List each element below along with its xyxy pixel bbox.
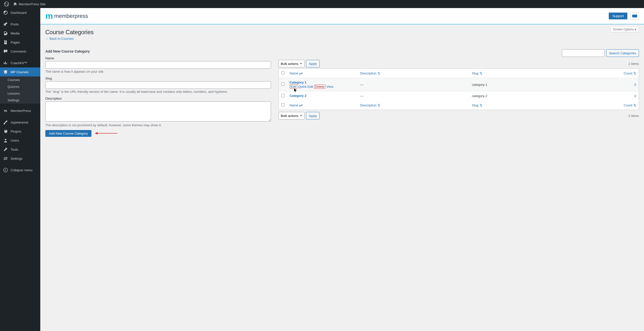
col-slug-sort-bottom[interactable]: Slug⇅ (472, 103, 482, 107)
count-link[interactable]: 0 (634, 94, 636, 98)
bulk-actions-select-top[interactable]: Bulk actions (279, 60, 304, 67)
menu-media[interactable]: Media (0, 29, 40, 38)
submenu-courses[interactable]: Courses (0, 76, 40, 83)
svg-point-0 (4, 2, 9, 6)
site-name-menu[interactable]: MemberPress Site (11, 0, 48, 8)
slug-label: Slug (45, 76, 271, 80)
menu-plugins[interactable]: Plugins (0, 127, 40, 136)
svg-marker-4 (95, 132, 98, 135)
apply-button-top[interactable]: Apply (306, 60, 320, 67)
wordpress-icon (4, 2, 9, 7)
apply-button-bottom[interactable]: Apply (306, 112, 320, 119)
menu-coachkit[interactable]: CoachKit™ (0, 58, 40, 67)
menu-label: MP Courses (11, 70, 28, 74)
description-textarea[interactable] (45, 101, 271, 121)
menu-pages[interactable]: Pages (0, 38, 40, 47)
description-label: Description (45, 97, 271, 100)
menu-users[interactable]: Users (0, 136, 40, 145)
add-category-button[interactable]: Add New Course Category (45, 130, 91, 137)
page-title: Course Categories (45, 29, 639, 36)
col-slug-sort[interactable]: Slug⇅ (472, 71, 482, 75)
description-help: The description is not prominent by defa… (45, 123, 271, 127)
dashboard-icon (3, 10, 8, 15)
col-count-sort-bottom[interactable]: Count⇅ (624, 103, 636, 107)
bulk-actions-select-bottom[interactable]: Bulk actions (279, 112, 304, 119)
menu-label: Users (11, 139, 19, 142)
chart-icon (3, 60, 8, 65)
name-label: Name (45, 56, 271, 60)
col-count-sort[interactable]: Count⇅ (624, 71, 636, 75)
submenu-lessons[interactable]: Lessons (0, 90, 40, 97)
categories-listing: Search Categories Bulk actions Apply 2 i… (279, 49, 639, 137)
sort-icon: ⇅ (378, 103, 380, 107)
form-heading: Add New Course Category (45, 49, 271, 53)
header-actions: Support (609, 12, 639, 20)
wp-logo-menu[interactable] (2, 0, 11, 8)
menu-appearance[interactable]: Appearance (0, 118, 40, 127)
menu-label: MemberPress (11, 109, 31, 113)
delete-link[interactable]: Delete (314, 85, 326, 89)
view-link[interactable]: View (326, 85, 333, 89)
chat-button[interactable] (630, 12, 639, 20)
row-checkbox[interactable] (281, 94, 285, 97)
screen-options-toggle[interactable]: Screen Options ▾ (610, 27, 639, 32)
category-title-link[interactable]: Category 1 (290, 80, 355, 84)
chat-icon (632, 14, 637, 18)
admin-bar: MemberPress Site (0, 0, 644, 8)
menu-memberpress[interactable]: m MemberPress (0, 106, 40, 115)
submenu-settings[interactable]: Settings (0, 97, 40, 104)
row-checkbox[interactable] (281, 82, 285, 86)
col-desc-sort-bottom[interactable]: Description⇅ (360, 103, 380, 107)
category-title-link[interactable]: Category 2 (290, 94, 355, 98)
memberpress-icon: m (3, 108, 8, 113)
select-all-bottom[interactable] (281, 103, 285, 106)
quick-edit-link[interactable]: Quick Edit (298, 85, 313, 89)
col-name-sort-bottom[interactable]: Name▴▾ (290, 103, 303, 107)
courses-icon (3, 69, 8, 74)
menu-mp-courses[interactable]: MP Courses (0, 67, 40, 76)
cursor-icon (294, 88, 297, 92)
back-to-courses-link[interactable]: ← Back to Courses (45, 37, 74, 40)
categories-table: Name▴▾ Description⇅ Slug⇅ Count⇅ Categor… (279, 68, 639, 110)
row-actions: Edit Quick Edit Delete View (290, 85, 355, 89)
desc-cell: — (358, 91, 469, 101)
submenu-quizzes[interactable]: Quizzes (0, 83, 40, 90)
plugin-icon (3, 129, 8, 134)
count-link[interactable]: 0 (634, 83, 636, 87)
menu-label: CoachKit™ (11, 61, 27, 65)
menu-dashboard[interactable]: Dashboard (0, 8, 40, 17)
brand-text: memberpress (54, 13, 88, 19)
name-input[interactable] (45, 61, 271, 69)
search-categories-button[interactable]: Search Categories (606, 49, 639, 57)
memberpress-header: m memberpress Support (40, 8, 644, 24)
items-count-bottom: 2 items (628, 114, 639, 118)
search-input[interactable] (562, 49, 605, 57)
mp-courses-submenu: Courses Quizzes Lessons Settings (0, 76, 40, 104)
col-name-sort[interactable]: Name▴▾ (290, 71, 303, 75)
select-all-top[interactable] (281, 71, 285, 74)
menu-label: Pages (11, 40, 20, 44)
slug-input[interactable] (45, 81, 271, 89)
sort-icon: ⇅ (480, 103, 482, 107)
sort-icon: ⇅ (378, 71, 380, 75)
support-button[interactable]: Support (609, 13, 627, 19)
sort-icon: ⇅ (633, 71, 636, 75)
home-icon (13, 2, 17, 6)
slug-cell: category-1 (469, 78, 560, 91)
brush-icon (3, 120, 8, 125)
menu-comments[interactable]: Comments (0, 47, 40, 56)
annotation-arrow-icon (95, 132, 117, 136)
menu-label: Appearance (11, 120, 28, 124)
page-icon (3, 40, 8, 45)
sort-icon: ▴▾ (299, 71, 303, 75)
menu-tools[interactable]: Tools (0, 145, 40, 147)
col-desc-sort[interactable]: Description⇅ (360, 71, 380, 75)
media-icon (3, 31, 8, 36)
items-count-top: 2 items (628, 62, 639, 66)
admin-sidebar: Dashboard Posts Media Pages Comments Coa… (0, 8, 40, 147)
menu-label: Dashboard (11, 11, 27, 15)
sort-icon: ⇅ (633, 103, 636, 107)
slug-cell: category-2 (469, 91, 560, 101)
menu-posts[interactable]: Posts (0, 20, 40, 29)
menu-label: Comments (11, 50, 26, 53)
